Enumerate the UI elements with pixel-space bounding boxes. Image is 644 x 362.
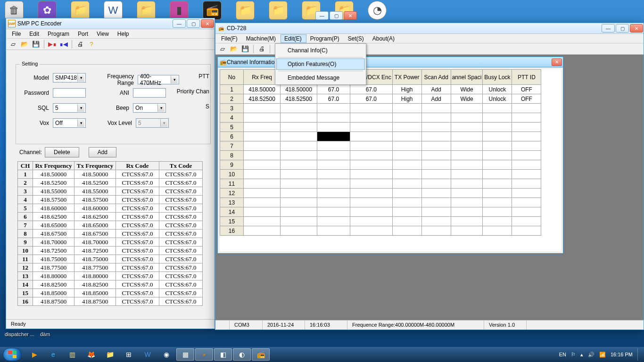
- table-cell[interactable]: CTCSS:67.0: [116, 280, 159, 289]
- folder-icon[interactable]: 📁: [137, 1, 156, 20]
- row-header[interactable]: 10: [220, 170, 244, 179]
- row-header[interactable]: 8: [18, 230, 33, 238]
- row-header[interactable]: 11: [18, 255, 33, 263]
- menu-machine[interactable]: Machine(M): [242, 34, 281, 43]
- tray-clock[interactable]: 16:16 PM: [611, 352, 633, 357]
- table-cell[interactable]: [483, 123, 512, 132]
- table-cell[interactable]: Unlock: [483, 94, 512, 104]
- table-cell[interactable]: [483, 170, 512, 179]
- table-cell[interactable]: [392, 151, 421, 160]
- col-header[interactable]: Tx Frequency: [74, 162, 116, 170]
- row-header[interactable]: 8: [220, 151, 244, 160]
- col-header[interactable]: Tx Code: [159, 162, 203, 170]
- table-cell[interactable]: CTCSS:67.0: [116, 289, 159, 297]
- table-cell[interactable]: CTCSS:67.0: [159, 196, 203, 204]
- row-header[interactable]: 6: [18, 213, 33, 221]
- table-cell[interactable]: CTCSS:67.0: [159, 238, 203, 247]
- table-cell[interactable]: [317, 132, 350, 141]
- minimize-button[interactable]: —: [602, 24, 615, 33]
- table-cell[interactable]: [244, 151, 281, 160]
- menu-item-embedded-message[interactable]: Embedded Message: [276, 72, 365, 83]
- col-header[interactable]: Busy Lock: [483, 70, 512, 85]
- table-cell[interactable]: [451, 123, 483, 132]
- table-cell[interactable]: CTCSS:67.0: [116, 196, 159, 204]
- menu-edit[interactable]: Edit(E): [281, 34, 306, 43]
- table-cell[interactable]: [350, 189, 393, 198]
- table-cell[interactable]: 418.52500: [281, 94, 317, 104]
- taskbar-explorer-icon[interactable]: ▥: [63, 348, 81, 361]
- table-cell[interactable]: [281, 179, 317, 189]
- row-header[interactable]: 2: [18, 179, 33, 187]
- table-cell[interactable]: CTCSS:67.0: [116, 247, 159, 255]
- row-header[interactable]: 12: [220, 189, 244, 198]
- table-cell[interactable]: [512, 189, 541, 198]
- tray-chevron-up-icon[interactable]: ▴: [580, 352, 583, 358]
- row-header[interactable]: 3: [220, 104, 244, 113]
- table-cell[interactable]: [317, 104, 350, 113]
- table-cell[interactable]: [421, 198, 451, 207]
- app-icon[interactable]: ▮: [170, 1, 189, 20]
- table-cell[interactable]: [317, 189, 350, 198]
- table-cell[interactable]: 418.70000: [33, 238, 74, 247]
- table-cell[interactable]: Wide: [451, 85, 483, 94]
- table-cell[interactable]: 418.72500: [74, 247, 116, 255]
- table-cell[interactable]: 418.85000: [74, 289, 116, 297]
- table-cell[interactable]: [281, 217, 317, 226]
- table-cell[interactable]: [483, 104, 512, 113]
- table-cell[interactable]: [421, 217, 451, 226]
- table-cell[interactable]: [451, 217, 483, 226]
- row-header[interactable]: 15: [220, 217, 244, 226]
- table-cell[interactable]: [392, 226, 421, 236]
- menu-help[interactable]: Help: [114, 30, 134, 38]
- table-cell[interactable]: [483, 132, 512, 141]
- table-cell[interactable]: [350, 141, 393, 151]
- table-cell[interactable]: 418.85000: [33, 289, 74, 297]
- desktop-label[interactable]: dispatcher ...: [5, 331, 34, 337]
- table-cell[interactable]: [350, 198, 393, 207]
- row-header[interactable]: 5: [220, 123, 244, 132]
- table-cell[interactable]: [451, 151, 483, 160]
- taskbar-media-icon[interactable]: ▶: [25, 348, 43, 361]
- table-cell[interactable]: CTCSS:67.0: [159, 204, 203, 213]
- table-cell[interactable]: [317, 113, 350, 123]
- table-cell[interactable]: [421, 132, 451, 141]
- table-cell[interactable]: [281, 113, 317, 123]
- close-button[interactable]: ✕: [344, 11, 357, 20]
- table-cell[interactable]: 67.0: [317, 85, 350, 94]
- table-cell[interactable]: [350, 104, 393, 113]
- table-cell[interactable]: [421, 141, 451, 151]
- table-cell[interactable]: [392, 189, 421, 198]
- table-cell[interactable]: 418.82500: [33, 280, 74, 289]
- table-cell[interactable]: [317, 198, 350, 207]
- table-cell[interactable]: [421, 170, 451, 179]
- tray-network-icon[interactable]: 📶: [599, 352, 606, 358]
- add-button[interactable]: Add: [89, 147, 116, 157]
- maximize-button[interactable]: ▢: [330, 11, 343, 20]
- taskbar-smp-icon[interactable]: ▪: [195, 348, 213, 361]
- menu-file[interactable]: File: [8, 30, 25, 38]
- table-cell[interactable]: 67.0: [317, 94, 350, 104]
- table-cell[interactable]: [392, 198, 421, 207]
- table-cell[interactable]: [350, 123, 393, 132]
- table-cell[interactable]: CTCSS:67.0: [159, 297, 203, 306]
- recycle-bin-icon[interactable]: 🗑: [5, 1, 24, 20]
- table-cell[interactable]: [451, 198, 483, 207]
- table-cell[interactable]: 418.52500: [244, 94, 281, 104]
- menu-set[interactable]: Set(S): [344, 34, 369, 43]
- table-cell[interactable]: [244, 189, 281, 198]
- menu-about[interactable]: About(A): [369, 34, 399, 43]
- table-cell[interactable]: [244, 217, 281, 226]
- channel-info-titlebar[interactable]: 📻 Channel Information ✕: [218, 57, 563, 67]
- table-cell[interactable]: [483, 113, 512, 123]
- word-icon[interactable]: W: [104, 1, 123, 20]
- table-cell[interactable]: CTCSS:67.0: [159, 187, 203, 196]
- table-cell[interactable]: [451, 113, 483, 123]
- table-cell[interactable]: [483, 217, 512, 226]
- table-cell[interactable]: [421, 226, 451, 236]
- row-header[interactable]: 13: [220, 198, 244, 207]
- table-cell[interactable]: [281, 207, 317, 217]
- row-header[interactable]: 9: [220, 160, 244, 170]
- table-cell[interactable]: [281, 160, 317, 170]
- minimize-button[interactable]: —: [315, 11, 329, 20]
- tray-volume-icon[interactable]: 🔊: [588, 352, 594, 358]
